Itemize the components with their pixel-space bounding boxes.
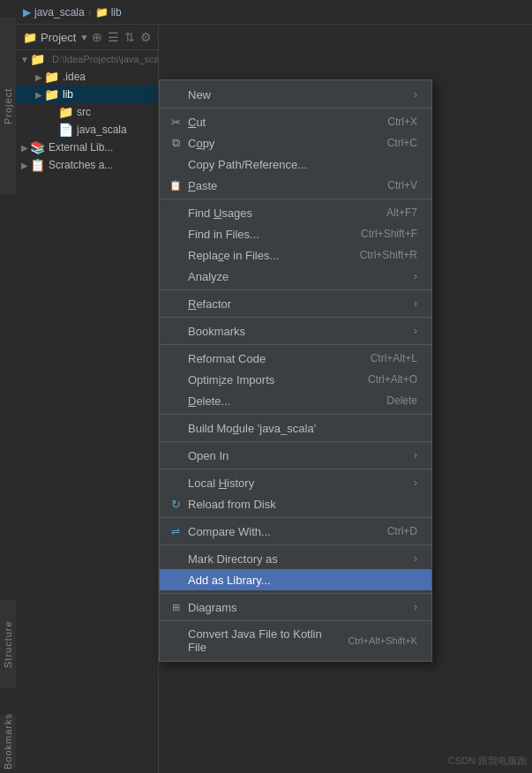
tree-arrow: ▼ [19, 55, 30, 64]
breadcrumb-icon: ▶ [23, 6, 31, 19]
panel-icon-collapse[interactable]: ☰ [108, 30, 119, 44]
shortcut-cut: Ctrl+X [387, 116, 417, 128]
breadcrumb-folder-icon: 📁 [95, 6, 109, 19]
diagrams-icon: ⊞ [167, 602, 184, 613]
tree-label: src [77, 106, 91, 118]
menu-label-cut: Cut [184, 116, 370, 129]
shortcut-optimize-imports: Ctrl+Alt+O [368, 373, 417, 386]
tree-item[interactable]: 📁 src [16, 103, 158, 121]
menu-item-optimize-imports[interactable]: Optimize Imports Ctrl+Alt+O [160, 369, 431, 390]
menu-label-local-history: Local History [184, 477, 410, 490]
menu-label-delete: Delete... [184, 394, 369, 408]
menu-label-find-usages: Find Usages [184, 206, 369, 220]
menu-item-copy-path[interactable]: Copy Path/Reference... [160, 154, 431, 175]
menu-item-mark-directory[interactable]: Mark Directory as › [160, 548, 431, 569]
menu-label-copy-path: Copy Path/Reference... [184, 158, 400, 171]
breadcrumb-project[interactable]: java_scala [34, 6, 85, 19]
tree-icon: 📚 [30, 140, 45, 154]
menu-divider [160, 414, 431, 415]
menu-item-find-usages[interactable]: Find Usages Alt+F7 [160, 202, 431, 223]
tree-icon: 📁 [30, 52, 45, 66]
submenu-arrow-mark-directory: › [414, 552, 417, 565]
submenu-arrow-refactor: › [414, 297, 417, 310]
shortcut-find-in-files: Ctrl+Shift+F [361, 228, 417, 240]
menu-item-refactor[interactable]: Refactor › [160, 293, 431, 314]
copy-icon: ⧉ [167, 136, 184, 150]
menu-item-reload[interactable]: ↻ Reload from Disk [160, 493, 431, 514]
menu-item-reformat[interactable]: Reformat Code Ctrl+Alt+L [160, 348, 431, 369]
panel-icon-sort[interactable]: ⇅ [124, 30, 135, 44]
shortcut-replace-in-files: Ctrl+Shift+R [360, 249, 417, 261]
tree-icon: 📋 [30, 158, 45, 172]
project-panel: 📁 Project ▼ ⊕ ☰ ⇅ ⚙ — ▼ 📁 java_scala D:\… [16, 25, 159, 773]
panel-title: Project [41, 31, 76, 44]
menu-label-refactor: Refactor [184, 297, 410, 311]
panel-dropdown-arrow[interactable]: ▼ [79, 33, 88, 42]
tree-item[interactable]: 📄 java_scala [16, 121, 158, 139]
tree-item[interactable]: ▶ 📁 lib [16, 86, 158, 103]
menu-item-analyze[interactable]: Analyze › [160, 266, 431, 287]
menu-item-new[interactable]: New › [160, 84, 431, 105]
tree-item[interactable]: ▶ 📚 External Lib... [16, 139, 158, 156]
panel-icon-locate[interactable]: ⊕ [92, 30, 102, 44]
menu-label-compare-with: Compare With... [184, 525, 370, 538]
menu-divider [160, 289, 431, 290]
breadcrumb-sep: › [88, 6, 92, 19]
panel-icon-minimize[interactable]: — [157, 30, 159, 44]
menu-divider [160, 108, 431, 109]
tree-label: Scratches a... [49, 159, 113, 171]
menu-item-local-history[interactable]: Local History › [160, 472, 431, 493]
panel-header-icons: ⊕ ☰ ⇅ ⚙ — [92, 30, 159, 44]
breadcrumb: ▶ java_scala › 📁 lib [16, 0, 532, 25]
menu-divider [160, 517, 431, 518]
shortcut-compare-with: Ctrl+D [387, 525, 417, 537]
watermark: CSDN·跟我电脑跑 [448, 754, 527, 768]
menu-item-replace-in-files[interactable]: Replace in Files... Ctrl+Shift+R [160, 244, 431, 266]
shortcut-find-usages: Alt+F7 [386, 206, 417, 219]
tree-label: .idea [63, 71, 86, 83]
menu-divider [160, 469, 431, 469]
menu-label-add-as-library: Add as Library... [184, 574, 417, 587]
context-menu: New › ✂ Cut Ctrl+X ⧉ Copy Ctrl+C Copy Pa… [159, 79, 432, 662]
menu-label-build-module: Build Module 'java_scala' [184, 422, 417, 435]
sidebar-label-bookmarks[interactable]: Bookmarks [0, 715, 16, 768]
shortcut-paste: Ctrl+V [387, 179, 417, 191]
tree-item[interactable]: ▶ 📋 Scratches a... [16, 156, 158, 174]
menu-divider [160, 344, 431, 345]
menu-label-reformat: Reformat Code [184, 352, 353, 365]
paste-icon: 📋 [167, 180, 184, 191]
menu-item-cut[interactable]: ✂ Cut Ctrl+X [160, 111, 431, 132]
menu-item-diagrams[interactable]: ⊞ Diagrams › [160, 597, 431, 618]
menu-item-compare-with[interactable]: ⇌ Compare With... Ctrl+D [160, 521, 431, 542]
tree-label: java_scala [77, 124, 127, 136]
submenu-arrow-local-history: › [414, 477, 417, 489]
tree-item[interactable]: ▼ 📁 java_scala D:\IdeaProjects\java_scal… [16, 50, 158, 68]
tree-icon: 📁 [44, 87, 59, 101]
menu-label-new: New [184, 88, 410, 101]
cut-icon: ✂ [167, 116, 184, 129]
menu-label-paste: Paste [184, 179, 370, 192]
menu-item-delete[interactable]: Delete... Delete [160, 390, 431, 411]
menu-label-convert-java: Convert Java File to Kotlin File [184, 627, 330, 654]
menu-item-bookmarks[interactable]: Bookmarks › [160, 320, 431, 341]
menu-item-find-in-files[interactable]: Find in Files... Ctrl+Shift+F [160, 223, 431, 244]
panel-icon-settings[interactable]: ⚙ [140, 30, 152, 44]
sidebar-label-project[interactable]: Project [0, 18, 16, 194]
menu-item-paste[interactable]: 📋 Paste Ctrl+V [160, 175, 431, 196]
menu-divider [160, 620, 431, 621]
sidebar-label-structure[interactable]: Structure [0, 600, 16, 688]
menu-item-add-as-library[interactable]: Add as Library... [160, 569, 431, 590]
menu-divider [160, 317, 431, 318]
menu-label-optimize-imports: Optimize Imports [184, 373, 350, 386]
menu-item-convert-java[interactable]: Convert Java File to Kotlin File Ctrl+Al… [160, 624, 431, 657]
tree-item[interactable]: ▶ 📁 .idea [16, 68, 158, 86]
tree-label: External Lib... [49, 141, 113, 154]
menu-item-open-in[interactable]: Open In › [160, 445, 431, 466]
menu-divider [160, 593, 431, 594]
tree-icon: 📁 [58, 105, 73, 119]
breadcrumb-folder[interactable]: lib [111, 6, 122, 19]
menu-item-copy[interactable]: ⧉ Copy Ctrl+C [160, 132, 431, 154]
panel-header: 📁 Project ▼ ⊕ ☰ ⇅ ⚙ — [16, 25, 158, 50]
tree-arrow: ▶ [19, 143, 30, 153]
menu-item-build-module[interactable]: Build Module 'java_scala' [160, 417, 431, 439]
